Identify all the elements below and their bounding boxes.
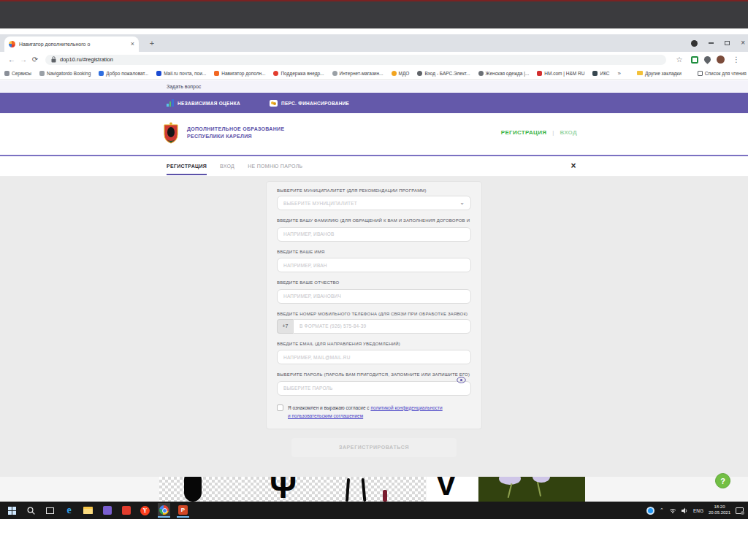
edge-icon: e — [66, 505, 71, 515]
page-background-slideshow: Ψ V — [0, 477, 748, 502]
other-bookmarks[interactable]: Другие закладки — [637, 71, 682, 76]
municipality-select[interactable]: ВЫБЕРИТЕ МУНИЦИПАЛИТЕТ ⌄ — [277, 196, 471, 210]
restore-button[interactable] — [725, 41, 730, 45]
start-button[interactable] — [6, 503, 18, 518]
ask-question-link[interactable]: Задать вопрос — [167, 84, 201, 89]
site-logo[interactable]: ДОПОЛНИТЕЛЬНОЕ ОБРАЗОВАНИЕ РЕСПУБЛИКИ КА… — [162, 122, 284, 144]
folder-icon — [637, 71, 643, 75]
show-password-eye-icon[interactable] — [457, 377, 466, 383]
tab-registration[interactable]: РЕГИСТРАЦИЯ — [167, 164, 207, 169]
divider: | — [552, 129, 554, 136]
header-login-link[interactable]: ВХОД — [560, 129, 577, 136]
bookmark-item[interactable]: HM.com | H&M RU — [537, 71, 584, 76]
reading-list-icon — [698, 71, 703, 76]
taskbar-search-button[interactable] — [25, 503, 37, 518]
pin-extension-icon[interactable] — [703, 55, 712, 64]
forward-button[interactable]: → — [18, 55, 29, 64]
site-header: ДОПОЛНИТЕЛЬНОЕ ОБРАЗОВАНИЕ РЕСПУБЛИКИ КА… — [0, 113, 748, 155]
taskbar-clock[interactable]: 18:20 20.05.2021 — [709, 505, 730, 516]
chevron-down-icon: ⌄ — [459, 202, 465, 204]
new-tab-button[interactable]: + — [146, 37, 158, 49]
tab-login[interactable]: ВХОД — [220, 164, 234, 169]
close-window-button[interactable]: × — [741, 39, 745, 47]
lastname-input[interactable] — [277, 227, 471, 242]
bookmark-item[interactable]: Добро пожаловат... — [99, 71, 148, 76]
browser-update-icon[interactable] — [691, 40, 698, 47]
antivirus-tray-icon[interactable] — [646, 507, 654, 515]
back-button[interactable]: ← — [6, 55, 18, 64]
hidden-icons-chevron[interactable]: ⌃ — [660, 507, 664, 513]
bar-chart-icon — [167, 99, 174, 107]
nav-independent-assessment[interactable]: НЕЗАВИСИМАЯ ОЦЕНКА — [167, 99, 240, 107]
register-submit-button[interactable]: ЗАРЕГИСТРИРОВАТЬСЯ — [291, 438, 457, 457]
bookmark-item[interactable]: МДО — [392, 71, 410, 76]
browser-tab-strip: Навигатор дополнительного о × + × — [0, 34, 748, 52]
bookmark-item[interactable]: Navigatordo Booking — [39, 71, 91, 76]
modal-close-icon[interactable]: × — [568, 159, 579, 172]
language-indicator[interactable]: ENG — [693, 508, 703, 513]
taskbar-yandex-browser[interactable]: Y — [139, 503, 151, 518]
task-view-icon — [46, 507, 54, 514]
bookmarks-overflow-icon[interactable]: » — [618, 70, 621, 77]
phone-input[interactable] — [293, 319, 471, 334]
bookmark-item[interactable]: Поддержка внедр... — [273, 71, 324, 76]
tab-forgot-password[interactable]: НЕ ПОМНЮ ПАРОЛЬ — [248, 164, 302, 169]
bookmark-item[interactable]: Интернет-магазин... — [332, 71, 383, 76]
taskbar-app-red[interactable] — [120, 503, 132, 518]
ask-question-bar: Задать вопрос — [0, 80, 748, 93]
email-input[interactable] — [277, 350, 471, 364]
header-register-link[interactable]: РЕГИСТРАЦИЯ — [501, 129, 546, 136]
phone-prefix: +7 — [277, 319, 293, 334]
address-bar[interactable]: dop10.ru/#registration — [45, 55, 666, 65]
tab-close-icon[interactable]: × — [131, 41, 134, 47]
bookmark-item[interactable]: Mail.ru почта, пои... — [156, 71, 206, 76]
password-input[interactable] — [277, 381, 471, 396]
browser-tab[interactable]: Навигатор дополнительного о × — [4, 37, 139, 52]
taskbar-app-purple[interactable] — [101, 503, 113, 518]
taskbar-chrome[interactable] — [158, 503, 170, 518]
bookmark-item[interactable]: Женская одежда |... — [478, 71, 530, 76]
bookmark-favicon — [392, 71, 397, 76]
dancer-silhouette: V — [435, 477, 457, 500]
toolbar-right: ☆ ⋮ — [673, 55, 742, 64]
action-center-icon[interactable] — [736, 507, 744, 514]
taskbar-file-explorer[interactable] — [82, 503, 94, 518]
sheets-extension-icon[interactable] — [691, 56, 698, 64]
auth-modal-tabs: РЕГИСТРАЦИЯ ВХОД НЕ ПОМНЮ ПАРОЛЬ × — [0, 156, 748, 177]
bookmark-item[interactable]: ИКС — [592, 71, 609, 76]
bookmark-star-icon[interactable]: ☆ — [673, 55, 685, 64]
tab-title: Навигатор дополнительного о — [19, 42, 127, 47]
profile-avatar[interactable] — [717, 55, 725, 64]
patronymic-input[interactable] — [277, 289, 471, 304]
firstname-input[interactable] — [277, 258, 471, 272]
privacy-policy-link[interactable]: политикой конфиденциальности — [370, 405, 442, 410]
bookmark-favicon — [537, 71, 542, 76]
bookmark-favicon — [214, 71, 219, 76]
window-controls: × — [691, 34, 745, 52]
slide-bottom-border — [0, 0, 748, 1]
reload-button[interactable]: ⟳ — [29, 55, 41, 64]
field-label: ВВЕДИТЕ ВАШУ ФАМИЛИЮ (ДЛЯ ОБРАЩЕНИЙ К ВА… — [277, 218, 471, 223]
agreement-checkbox[interactable] — [277, 404, 283, 411]
taskbar-edge[interactable]: e — [63, 503, 75, 518]
user-agreement-link[interactable]: и пользовательским соглашением — [288, 413, 363, 418]
minimize-button[interactable] — [709, 42, 714, 44]
bookmark-item[interactable]: Вход - БАРС.Элект... — [417, 71, 470, 76]
slideshow-image — [159, 477, 241, 502]
reading-list[interactable]: Список для чтения — [698, 71, 747, 76]
bookmark-services[interactable]: Сервисы — [4, 71, 31, 76]
taskbar-powerpoint[interactable]: P — [177, 503, 189, 518]
task-view-button[interactable] — [44, 503, 56, 518]
network-icon[interactable] — [669, 507, 676, 513]
nav-personal-financing[interactable]: ПЕРС. ФИНАНСИРОВАНИЕ — [270, 100, 349, 107]
bookmark-favicon — [417, 71, 422, 76]
registration-form: ВЫБЕРИТЕ МУНИЦИПАЛИТЕТ (ДЛЯ РЕКОМЕНДАЦИИ… — [266, 181, 482, 429]
bookmarks-bar: Сервисы Navigatordo Booking Добро пожало… — [0, 67, 748, 80]
bookmark-item[interactable]: Навигатор дополн... — [214, 71, 265, 76]
browser-menu-icon[interactable]: ⋮ — [730, 55, 742, 64]
modal-body: ВЫБЕРИТЕ МУНИЦИПАЛИТЕТ (ДЛЯ РЕКОМЕНДАЦИИ… — [0, 177, 748, 477]
apps-grid-icon — [4, 71, 9, 76]
slideshow-image — [478, 477, 585, 502]
help-button[interactable]: ? — [715, 473, 730, 488]
volume-icon[interactable] — [682, 507, 688, 514]
